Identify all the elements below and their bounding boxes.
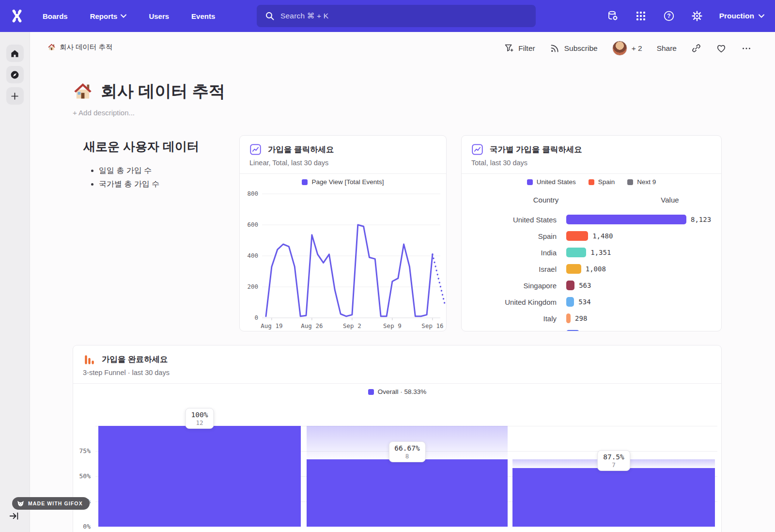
- card-line-chart[interactable]: 가입을 클릭하세요 Linear, Total, last 30 days Pa…: [239, 135, 447, 331]
- filter-icon: [504, 43, 514, 53]
- column-header-value: Value: [621, 196, 718, 204]
- country-bar: [566, 215, 686, 224]
- board-actions: Filter Subscribe + 2 Share: [504, 41, 752, 56]
- project-name: Prouction: [719, 12, 754, 20]
- country-label: United States: [462, 216, 557, 224]
- legend-swatch: [527, 179, 533, 185]
- discover-button[interactable]: [6, 66, 24, 83]
- card-country-bars[interactable]: 국가별 가입을 클릭하세요 Total, last 30 days United…: [461, 135, 722, 331]
- country-value: 298: [575, 314, 587, 322]
- legend-label: Next 9: [637, 178, 656, 186]
- funnel-bar[interactable]: [98, 426, 301, 527]
- funnel-bar[interactable]: [307, 459, 508, 527]
- chart-legend: United StatesSpainNext 9: [462, 178, 721, 186]
- country-row[interactable]: Italy298: [462, 310, 722, 327]
- country-row[interactable]: Spain1,480: [462, 228, 722, 244]
- country-row[interactable]: Singapore563: [462, 277, 722, 294]
- country-value: 1,351: [590, 249, 611, 256]
- card-subtitle: Total, last 30 days: [471, 159, 527, 167]
- share-button[interactable]: Share: [657, 44, 677, 53]
- funnel-bar[interactable]: [512, 468, 715, 527]
- page-title: 회사 데이터 추적: [73, 80, 225, 103]
- country-bar: [566, 281, 574, 290]
- collapse-sidebar-icon[interactable]: [9, 511, 19, 521]
- intro-heading: 새로운 사용자 데이터: [83, 139, 199, 155]
- more-options-icon[interactable]: [741, 43, 752, 54]
- legend-entry: Spain: [589, 178, 615, 186]
- made-with-gifox-badge[interactable]: MADE WITH GIFOX: [12, 497, 90, 510]
- nav-item-label: Reports: [90, 12, 118, 20]
- favorite-heart-icon[interactable]: [716, 43, 727, 54]
- country-label: Italy: [462, 314, 557, 323]
- line-chart-icon: [249, 143, 262, 156]
- funnel-step-label: 87.5%7: [597, 450, 630, 471]
- x-axis-label: Sep 2: [343, 322, 361, 329]
- country-row[interactable]: Israel1,008: [462, 261, 722, 277]
- legend-swatch: [627, 179, 633, 185]
- apps-grid-icon[interactable]: [635, 10, 647, 22]
- collaborators[interactable]: + 2: [612, 41, 642, 56]
- conversion-rate: 87.5%: [603, 453, 624, 461]
- line-chart-svg: [262, 194, 447, 322]
- conversion-rate: 66.67%: [394, 444, 419, 452]
- y-axis-label: 600: [240, 221, 258, 228]
- nav-item-events[interactable]: Events: [191, 12, 215, 20]
- filter-button[interactable]: Filter: [504, 43, 535, 53]
- share-label: Share: [657, 44, 677, 53]
- page-title-text: 회사 데이터 추적: [101, 80, 225, 103]
- copy-link-icon[interactable]: [691, 43, 701, 53]
- country-row[interactable]: United States8,123: [462, 211, 722, 228]
- funnel-step-label: 66.67%8: [388, 441, 425, 462]
- country-row[interactable]: United Kingdom534: [462, 294, 722, 310]
- nav-item-reports[interactable]: Reports: [90, 12, 127, 20]
- board-toolbar: 회사 데이터 추적 Filter Subscribe + 2: [30, 32, 775, 61]
- country-bar: [566, 248, 586, 257]
- project-selector[interactable]: Prouction: [719, 12, 764, 20]
- settings-gear-icon[interactable]: [691, 10, 703, 22]
- breadcrumb-title: 회사 데이터 추적: [60, 43, 113, 52]
- legend-entry: United States: [527, 178, 576, 186]
- chart-legend: Overall · 58.33%: [73, 388, 721, 395]
- mixpanel-logo-icon[interactable]: [10, 9, 24, 23]
- breadcrumb[interactable]: 회사 데이터 추적: [47, 43, 113, 52]
- column-header-country: Country: [498, 196, 593, 204]
- house-emoji-icon: [73, 81, 93, 102]
- country-value: 8,123: [691, 216, 711, 223]
- y-axis-label: 50%: [73, 472, 91, 480]
- legend-label: Overall · 58.33%: [378, 388, 427, 395]
- line-chart-icon: [471, 143, 483, 156]
- country-value: 534: [578, 298, 590, 306]
- subscribe-label: Subscribe: [564, 44, 598, 53]
- search-input[interactable]: Search ⌘ + K: [257, 5, 536, 27]
- data-management-icon[interactable]: [607, 10, 619, 22]
- add-description-button[interactable]: + Add description...: [73, 109, 135, 117]
- intro-bullet: 국가별 총 가입 수: [99, 177, 159, 191]
- country-row[interactable]: [462, 327, 722, 331]
- card-funnel[interactable]: 가입을 완료하세요 3-step Funnel · last 30 days O…: [73, 345, 722, 532]
- country-row[interactable]: India1,351: [462, 244, 722, 261]
- nav-item-label: Boards: [43, 12, 68, 20]
- y-axis-label: 75%: [73, 447, 91, 454]
- country-value: 1,008: [586, 265, 606, 273]
- fox-icon: [16, 500, 25, 508]
- gifox-label: MADE WITH GIFOX: [28, 501, 83, 506]
- legend-label: Page View [Total Events]: [311, 178, 384, 186]
- nav-item-label: Users: [149, 12, 169, 20]
- card-subtitle: 3-step Funnel · last 30 days: [83, 369, 170, 376]
- y-axis-label: 800: [240, 190, 258, 197]
- y-axis-label: 0: [240, 314, 258, 321]
- help-icon[interactable]: ?: [663, 10, 675, 22]
- create-new-button[interactable]: [6, 87, 24, 105]
- top-navbar: Boards Reports Users Events Search ⌘ + K…: [0, 0, 775, 32]
- country-bar-list: United States8,123Spain1,480India1,351Is…: [462, 211, 722, 331]
- plus-icon: [10, 92, 19, 101]
- main-content: 회사 데이터 추적 Filter Subscribe + 2: [30, 32, 775, 532]
- nav-item-users[interactable]: Users: [149, 12, 169, 20]
- collaborator-count: + 2: [632, 44, 642, 53]
- subscribe-button[interactable]: Subscribe: [550, 43, 598, 53]
- search-icon: [265, 11, 275, 21]
- subscribe-rss-icon: [550, 43, 560, 53]
- nav-item-boards[interactable]: Boards: [43, 12, 68, 20]
- home-button[interactable]: [6, 45, 24, 62]
- step-count: 8: [394, 453, 419, 460]
